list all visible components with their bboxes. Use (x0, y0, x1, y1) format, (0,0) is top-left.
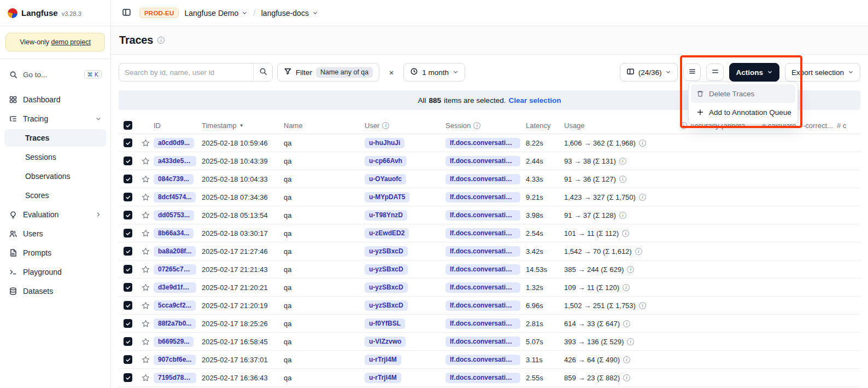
user-badge[interactable]: u-cp66Avh (365, 156, 407, 166)
info-icon[interactable]: i (619, 158, 626, 165)
user-badge[interactable]: u-zEwdED2 (365, 228, 409, 239)
info-icon[interactable]: i (635, 248, 642, 255)
table-row[interactable]: 07265c7a... 2025-02-17 21:21:43 qa u-yzS… (119, 260, 860, 279)
bookmark-star-button[interactable] (137, 320, 154, 328)
session-badge[interactable]: lf.docs.conversation... (445, 246, 520, 257)
info-icon[interactable]: i (639, 140, 646, 147)
table-row[interactable]: a433de51... 2025-02-18 10:43:39 qa u-cp6… (119, 152, 860, 170)
trace-id-badge[interactable]: 5cca9cf2... (154, 300, 196, 311)
user-badge[interactable]: u-OYauofc (365, 174, 406, 184)
session-badge[interactable]: lf.docs.conversation... (445, 156, 520, 166)
trace-id-badge[interactable]: 907cbf6e... (154, 355, 196, 365)
session-badge[interactable]: lf.docs.conversation... (445, 138, 520, 148)
table-row[interactable]: b669529... 2025-02-17 16:58:45 qa u-VlZz… (119, 333, 860, 351)
bookmark-star-button[interactable] (137, 229, 154, 238)
row-checkbox[interactable] (124, 193, 132, 201)
clear-selection-link[interactable]: Clear selection (508, 96, 561, 105)
user-badge[interactable]: u-yzSBxcD (365, 300, 408, 311)
row-checkbox[interactable] (124, 301, 132, 310)
trace-id-badge[interactable]: b669529... (154, 337, 193, 347)
info-icon[interactable]: i (623, 374, 630, 381)
menu-item-delete-traces[interactable]: Delete Traces (691, 84, 795, 103)
bookmark-star-button[interactable] (137, 302, 154, 310)
table-row[interactable]: a0cd0d9... 2025-02-18 10:59:46 qa u-huJh… (119, 134, 860, 152)
trace-id-badge[interactable]: 084c739... (154, 174, 193, 184)
sidebar-item-dashboard[interactable]: Dashboard (4, 91, 106, 108)
trace-id-badge[interactable]: 07265c7a... (154, 264, 196, 275)
session-badge[interactable]: lf.docs.conversation... (445, 192, 520, 202)
sidebar-toggle-button[interactable] (119, 5, 134, 21)
row-checkbox[interactable] (124, 157, 132, 165)
trace-id-badge[interactable]: 88f2a7b0... (154, 318, 196, 329)
user-badge[interactable]: u-f0YfBSL (365, 318, 405, 329)
session-badge[interactable]: lf.docs.conversation... (445, 210, 520, 221)
row-checkbox[interactable] (124, 247, 132, 256)
trace-id-badge[interactable]: d3e9d1f2... (154, 282, 196, 293)
trace-id-badge[interactable]: 7195d78e... (154, 373, 196, 383)
info-icon[interactable]: i (619, 212, 626, 219)
table-row[interactable]: d3e9d1f2... 2025-02-17 21:20:21 qa u-yzS… (119, 279, 860, 297)
header-usage[interactable]: Usage (564, 121, 680, 130)
info-icon[interactable]: i (639, 194, 646, 201)
table-row[interactable]: 88f2a7b0... 2025-02-17 18:25:26 qa u-f0Y… (119, 315, 860, 333)
info-icon[interactable]: i (619, 176, 626, 183)
session-badge[interactable]: lf.docs.conversation... (445, 337, 520, 347)
row-checkbox[interactable] (124, 229, 132, 238)
header-user[interactable]: Useri (365, 121, 445, 130)
user-badge[interactable]: u-huJhuJi (365, 138, 404, 148)
user-badge[interactable]: u-MYpDAT5 (365, 192, 409, 202)
user-badge[interactable]: u-yzSBxcD (365, 264, 408, 275)
header-truncated[interactable]: # c (837, 121, 864, 130)
row-checkbox[interactable] (124, 175, 132, 183)
export-selection-button[interactable]: Export selection (785, 63, 860, 82)
row-checkbox[interactable] (124, 319, 132, 328)
sidebar-item-datasets[interactable]: Datasets (4, 282, 106, 300)
session-badge[interactable]: lf.docs.conversation... (445, 264, 520, 275)
bookmark-star-button[interactable] (137, 283, 154, 292)
row-checkbox[interactable] (124, 211, 132, 219)
info-icon[interactable]: i (627, 338, 634, 345)
bookmark-star-button[interactable] (137, 374, 154, 382)
table-row[interactable]: 907cbf6e... 2025-02-17 16:37:01 qa u-rTr… (119, 351, 860, 369)
user-badge[interactable]: u-yzSBxcD (365, 246, 408, 257)
bookmark-star-button[interactable] (137, 157, 154, 165)
row-height-button[interactable] (683, 63, 701, 81)
info-icon[interactable]: i (623, 356, 630, 363)
goto-search[interactable]: Go to... ⌘ K (4, 66, 106, 83)
bookmark-star-button[interactable] (137, 211, 154, 219)
row-checkbox[interactable] (124, 265, 132, 274)
row-height-tall-button[interactable] (706, 63, 724, 81)
row-checkbox[interactable] (124, 283, 132, 292)
info-icon[interactable]: i (639, 302, 646, 309)
search-input[interactable] (119, 63, 253, 81)
menu-item-add-to-annotation-queue[interactable]: Add to Annotation Queue (691, 103, 795, 121)
user-badge[interactable]: u-rTrjl4M (365, 355, 401, 365)
session-badge[interactable]: lf.docs.conversation... (445, 282, 520, 293)
user-badge[interactable]: u-T98YnzD (365, 210, 407, 221)
info-icon[interactable]: i (157, 37, 165, 44)
select-all-checkbox[interactable] (124, 121, 132, 130)
info-icon[interactable]: i (622, 230, 629, 237)
org-selector[interactable]: Langfuse Demo (184, 9, 248, 18)
table-row[interactable]: 084c739... 2025-02-18 10:04:33 qa u-OYau… (119, 170, 860, 188)
trace-id-badge[interactable]: a433de51... (154, 156, 196, 166)
bookmark-star-button[interactable] (137, 175, 154, 183)
header-session[interactable]: Sessioni (445, 121, 526, 130)
sidebar-item-scores[interactable]: Scores (4, 187, 106, 204)
trace-id-badge[interactable]: ba8a208f... (154, 246, 196, 257)
search-submit-button[interactable] (253, 63, 272, 81)
info-icon[interactable]: i (623, 320, 630, 327)
sidebar-item-evaluation[interactable]: Evaluation (4, 206, 106, 223)
sidebar-item-users[interactable]: Users (4, 225, 106, 242)
session-badge[interactable]: lf.docs.conversation... (445, 228, 520, 239)
header-timestamp[interactable]: Timestamp▼ (202, 121, 284, 130)
session-badge[interactable]: lf.docs.conversation... (445, 174, 520, 184)
table-row[interactable]: 7195d78e... 2025-02-17 16:36:43 qa u-rTr… (119, 369, 860, 387)
trace-id-badge[interactable]: dd05753... (154, 210, 194, 221)
row-checkbox[interactable] (124, 355, 132, 364)
table-row[interactable]: ba8a208f... 2025-02-17 21:27:46 qa u-yzS… (119, 242, 860, 260)
sidebar-item-observations[interactable]: Observations (4, 167, 106, 185)
table-row[interactable]: dd05753... 2025-02-18 05:13:54 qa u-T98Y… (119, 206, 860, 224)
row-checkbox[interactable] (124, 337, 132, 346)
user-badge[interactable]: u-yzSBxcD (365, 282, 408, 293)
